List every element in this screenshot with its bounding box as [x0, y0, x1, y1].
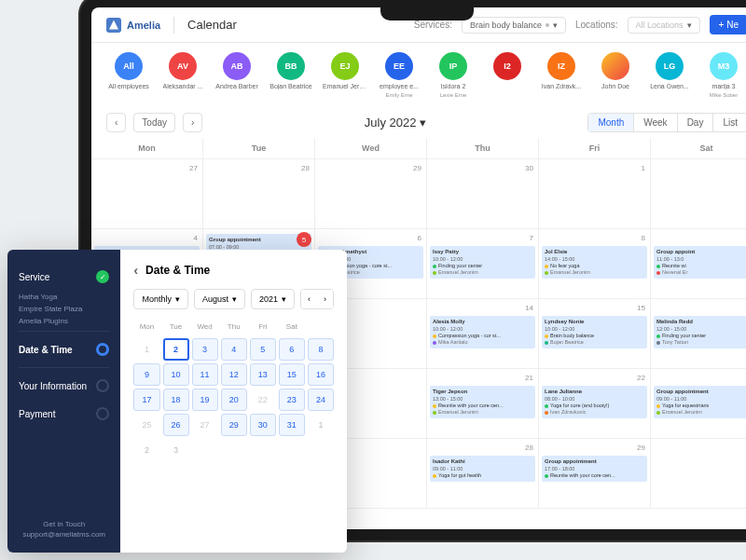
employee-chip[interactable]: M3marija 3Mike Sober: [701, 52, 746, 98]
mini-day[interactable]: 26: [163, 414, 189, 436]
calendar-cell[interactable]: 7Issy Patty 10:00 - 12:00 Finding your c…: [427, 229, 539, 299]
employee-chip[interactable]: John Doe: [593, 52, 638, 98]
brand-logo[interactable]: Amelia: [106, 18, 160, 33]
calendar-cell[interactable]: 29: [315, 159, 427, 229]
next-button[interactable]: ›: [183, 113, 202, 132]
view-tab-month[interactable]: Month: [588, 114, 634, 131]
mini-day[interactable]: 2: [163, 338, 189, 361]
mini-day[interactable]: 23: [279, 389, 305, 411]
month-select[interactable]: August▾: [194, 289, 245, 309]
calendar-cell[interactable]: 29Group appointment 17:00 - 18:00 Reunit…: [539, 439, 651, 509]
employee-chip[interactable]: AVAleksandar ...: [160, 52, 205, 98]
calendar-event[interactable]: Alesia Molly 10:00 - 12:00 Compassion yo…: [430, 316, 535, 348]
booking-step[interactable]: Your Information: [19, 372, 109, 400]
event-time: 09:00 - 11:00: [656, 396, 746, 403]
mini-day[interactable]: 19: [192, 389, 218, 411]
mini-day[interactable]: 13: [250, 363, 276, 386]
mini-day[interactable]: 18: [163, 389, 189, 411]
calendar-cell[interactable]: 23Group appointment 09:00 - 11:00 Yoga f…: [651, 369, 746, 439]
calendar-cell[interactable]: 14Alesia Molly 10:00 - 12:00 Compassion …: [427, 299, 539, 369]
booking-step[interactable]: Date & Time: [19, 335, 109, 363]
calendar-cell[interactable]: 1: [539, 159, 651, 229]
calendar-cell[interactable]: 16Melinda Redd 12:00 - 15:00 Finding you…: [651, 299, 746, 369]
employee-chip[interactable]: EJEmanuel Jeronim: [323, 52, 367, 98]
employee-chip[interactable]: BBBojan Beatrice: [269, 52, 313, 98]
back-icon[interactable]: ‹: [133, 263, 138, 278]
calendar-event[interactable]: Melinda Redd 12:00 - 15:00 Finding your …: [654, 316, 746, 348]
event-person: Mika Aaritalo: [433, 339, 532, 346]
step-sub: Amelia Plugins: [19, 315, 109, 327]
calendar-cell[interactable]: 28Isador Kathi 09:00 - 11:00 Yoga for gu…: [427, 439, 539, 509]
locations-select[interactable]: All Locations ▾: [628, 17, 700, 34]
mini-day[interactable]: 11: [192, 363, 218, 386]
calendar-cell[interactable]: 8Jol Elsie 14:00 - 15:00 No fear yoga Em…: [539, 229, 651, 299]
services-select[interactable]: Brain body balance ▾: [462, 17, 566, 34]
employee-chip[interactable]: LGLena Gwen...: [647, 52, 692, 98]
employee-chip[interactable]: AllAll employees: [106, 52, 151, 98]
period-select[interactable]: Monthly▾: [133, 289, 188, 309]
day-header: Thu: [427, 138, 539, 159]
booking-step[interactable]: Payment: [19, 400, 109, 428]
calendar-cell[interactable]: 28: [203, 159, 315, 229]
mini-next-button[interactable]: ›: [317, 290, 333, 308]
calendar-cell[interactable]: 9Group appoint 11:00 - 13:0 Reunite wi N…: [651, 229, 746, 299]
calendar-cell[interactable]: 27: [91, 159, 203, 229]
calendar-event[interactable]: Group appoint 11:00 - 13:0 Reunite wi Ne…: [654, 246, 746, 279]
mini-day[interactable]: 30: [250, 414, 276, 436]
event-service: Yoga for equestrians: [656, 403, 746, 409]
mini-day[interactable]: 17: [133, 389, 159, 411]
current-month[interactable]: July 2022 ▾: [365, 116, 426, 130]
calendar-cell[interactable]: 2: [651, 159, 746, 229]
view-tab-week[interactable]: Week: [634, 114, 677, 131]
new-button[interactable]: + Ne: [710, 15, 746, 34]
employee-name: Lena Gwen...: [650, 83, 689, 89]
prev-button[interactable]: ‹: [106, 113, 126, 132]
event-service: No fear yoga: [545, 263, 644, 269]
mini-day[interactable]: 20: [221, 389, 247, 411]
calendar-cell[interactable]: 15Lyndsey Nonie 10:00 - 12:00 Brain body…: [539, 299, 651, 369]
view-tab-day[interactable]: Day: [678, 114, 714, 131]
event-time: 13:00 - 15:00: [433, 396, 532, 403]
mini-day[interactable]: 31: [279, 414, 305, 436]
event-time: 10:00 - 12:00: [433, 326, 532, 333]
mini-day[interactable]: 3: [192, 338, 218, 361]
mini-day[interactable]: 8: [308, 338, 334, 361]
mini-day[interactable]: 16: [308, 363, 334, 386]
employee-chip[interactable]: IZIvan Zdravk...: [539, 52, 584, 98]
calendar-event[interactable]: Group appointment 09:00 - 11:00 Yoga for…: [654, 386, 746, 418]
calendar-event[interactable]: Lane Julianne 08:00 - 10:00 Yoga for cor…: [542, 386, 647, 418]
employee-chip[interactable]: IPIsidora 2Lexie Erne: [431, 52, 476, 98]
employee-chip[interactable]: ABAndrea Barber: [214, 52, 259, 98]
employee-chip[interactable]: EEemployee e...Emily Erne: [377, 52, 421, 98]
mini-prev-button[interactable]: ‹: [301, 290, 317, 308]
year-select[interactable]: 2021▾: [251, 289, 295, 309]
employee-chip[interactable]: I2: [485, 52, 530, 98]
calendar-event[interactable]: Jol Elsie 14:00 - 15:00 No fear yoga Ema…: [542, 246, 647, 279]
calendar-event[interactable]: Group appointment 17:00 - 18:00 Reunite …: [542, 456, 647, 482]
mini-day[interactable]: 5: [250, 338, 276, 361]
locations-label: Locations:: [575, 20, 618, 30]
divider: [173, 17, 174, 34]
calendar-cell[interactable]: 22Lane Julianne 08:00 - 10:00 Yoga for c…: [539, 369, 651, 439]
event-person: Tony Tatton: [656, 339, 746, 346]
calendar-cell[interactable]: 30: [427, 159, 539, 229]
booking-step[interactable]: Service: [19, 263, 109, 291]
mini-day[interactable]: 10: [163, 363, 189, 386]
mini-day[interactable]: 4: [221, 338, 247, 361]
mini-day[interactable]: 29: [221, 414, 247, 436]
mini-day[interactable]: 9: [133, 363, 159, 386]
today-button[interactable]: Today: [133, 113, 175, 132]
calendar-cell[interactable]: 30: [651, 439, 746, 509]
booking-widget: ServiceHatha YogaEmpire State PlazaAmeli…: [7, 250, 347, 553]
footer-line2[interactable]: support@ameliatms.com: [19, 529, 109, 540]
mini-day[interactable]: 12: [221, 363, 247, 386]
calendar-event[interactable]: Lyndsey Nonie 10:00 - 12:00 Brain body b…: [542, 316, 647, 348]
mini-day[interactable]: 15: [279, 363, 305, 386]
calendar-cell[interactable]: 21Tiger Jepson 13:00 - 15:00 Reunite wit…: [427, 369, 539, 439]
calendar-event[interactable]: Tiger Jepson 13:00 - 15:00 Reunite with …: [430, 386, 535, 418]
view-tab-list[interactable]: List: [713, 114, 746, 131]
calendar-event[interactable]: Issy Patty 10:00 - 12:00 Finding your ce…: [430, 246, 535, 279]
mini-day[interactable]: 6: [279, 338, 305, 361]
calendar-event[interactable]: Isador Kathi 09:00 - 11:00 Yoga for gut …: [430, 456, 535, 482]
mini-day[interactable]: 24: [308, 389, 334, 411]
